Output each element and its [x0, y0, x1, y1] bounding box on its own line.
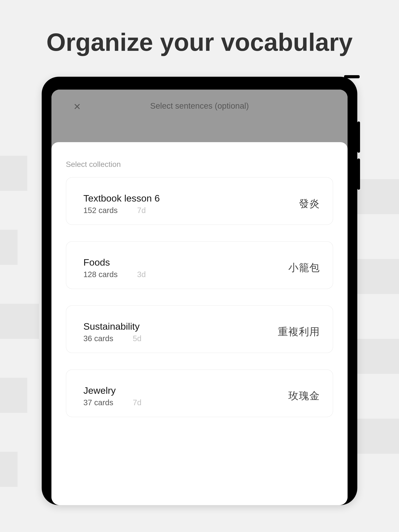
- collection-card-count: 128 cards: [83, 270, 118, 279]
- collection-example-word: 玫瑰金: [288, 389, 320, 403]
- collection-item-foods[interactable]: Foods 128 cards 3d 小籠包: [66, 241, 333, 289]
- collection-example-word: 發炎: [299, 197, 320, 210]
- sheet-label: Select collection: [66, 160, 333, 169]
- tablet-frame: Select sentences (optional) Select colle…: [42, 77, 357, 505]
- collection-title: Foods: [83, 257, 146, 268]
- decor-stripe: [0, 378, 27, 413]
- collection-time: 3d: [137, 270, 146, 279]
- collection-title: Sustainability: [83, 321, 142, 332]
- bottom-sheet: Select collection Textbook lesson 6 152 …: [51, 142, 348, 505]
- close-button[interactable]: [74, 102, 81, 111]
- tablet-power-button: [344, 75, 360, 78]
- collection-list: Textbook lesson 6 152 cards 7d 發炎 Foods: [66, 177, 333, 417]
- collection-item-jewelry[interactable]: Jewelry 37 cards 7d 玫瑰金: [66, 369, 333, 417]
- tablet-volume-down: [357, 158, 360, 190]
- collection-item-sustainability[interactable]: Sustainability 36 cards 5d 重複利用: [66, 305, 333, 353]
- modal-backdrop: Select sentences (optional) Select colle…: [51, 89, 348, 505]
- decor-stripe: [0, 156, 27, 191]
- tablet-volume-up: [357, 121, 360, 153]
- tablet-screen: Select sentences (optional) Select colle…: [51, 89, 348, 505]
- collection-time: 7d: [133, 398, 142, 407]
- modal-header: Select sentences (optional): [51, 89, 348, 142]
- collection-example-word: 重複利用: [278, 325, 320, 339]
- collection-card-count: 152 cards: [83, 206, 118, 215]
- collection-title: Jewelry: [83, 385, 142, 396]
- collection-title: Textbook lesson 6: [83, 193, 160, 204]
- collection-card-count: 36 cards: [83, 334, 113, 343]
- close-icon: [74, 102, 81, 112]
- collection-example-word: 小籠包: [288, 261, 320, 275]
- modal-title: Select sentences (optional): [150, 101, 249, 111]
- collection-card-count: 37 cards: [83, 398, 113, 407]
- page-headline: Organize your vocabulary: [0, 0, 399, 69]
- collection-time: 7d: [137, 206, 146, 215]
- decor-stripe: [0, 230, 18, 265]
- collection-time: 5d: [133, 334, 142, 343]
- decor-stripe: [0, 452, 18, 487]
- collection-item-textbook-lesson-6[interactable]: Textbook lesson 6 152 cards 7d 發炎: [66, 177, 333, 225]
- decor-stripe: [0, 304, 39, 339]
